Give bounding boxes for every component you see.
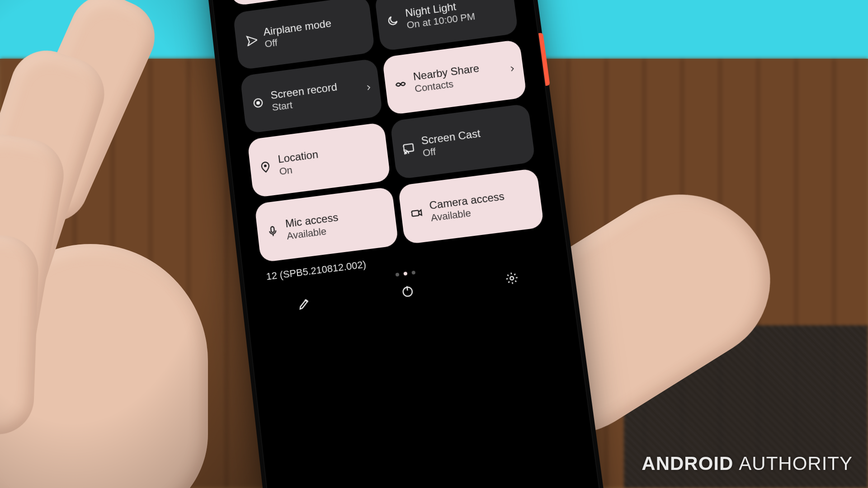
airplane-icon — [244, 33, 258, 46]
cast-icon — [401, 141, 415, 155]
chevron-right-icon[interactable] — [363, 82, 374, 95]
tile-screen-cast[interactable]: Screen Cast Off — [390, 103, 535, 180]
microphone-icon — [266, 225, 280, 239]
svg-point-6 — [264, 164, 266, 167]
settings-icon[interactable] — [504, 271, 519, 288]
pager-dot-active — [403, 272, 407, 276]
record-icon — [251, 96, 265, 110]
svg-rect-10 — [411, 210, 419, 216]
phone-screen: Emergency calls only 1 day, 2 hr — [218, 0, 597, 488]
svg-rect-7 — [403, 144, 414, 152]
svg-rect-9 — [271, 226, 274, 232]
tile-airplane-mode[interactable]: Airplane mode Off — [233, 0, 375, 70]
tile-nearby-share[interactable]: Nearby Share Contacts — [382, 39, 527, 115]
chevron-right-icon[interactable] — [507, 63, 518, 76]
watermark: ANDROID AUTHORITY — [642, 453, 853, 474]
svg-point-12 — [510, 277, 514, 280]
watermark-bold: ANDROID — [642, 453, 733, 474]
location-icon — [259, 160, 272, 174]
scene-root: Emergency calls only 1 day, 2 hr — [0, 0, 868, 488]
power-icon[interactable] — [400, 284, 415, 301]
watermark-thin: AUTHORITY — [739, 453, 853, 474]
nearby-share-icon — [394, 77, 408, 91]
camera-icon — [410, 206, 424, 220]
edit-icon[interactable] — [297, 296, 312, 313]
tile-screen-record[interactable]: Screen record Start — [240, 58, 383, 134]
svg-point-8 — [404, 153, 406, 154]
tile-location[interactable]: Location On — [247, 122, 391, 198]
svg-point-5 — [256, 101, 260, 105]
quick-settings-tiles: Airplane mode Off Night Light On at 10:0… — [224, 0, 553, 264]
pager-dot — [411, 271, 415, 275]
pager-dot — [395, 272, 399, 277]
moon-icon — [386, 14, 400, 28]
